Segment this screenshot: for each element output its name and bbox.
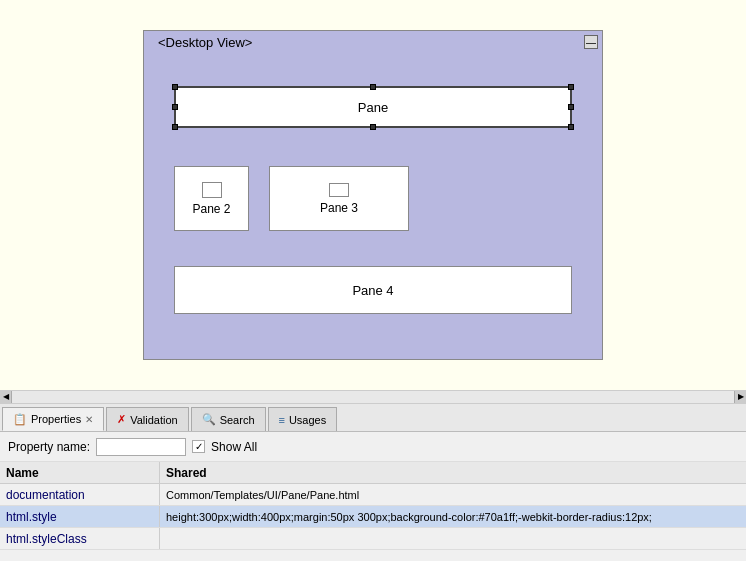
row-2-name: html.styleClass — [0, 528, 160, 549]
tab-validation[interactable]: ✗ Validation — [106, 407, 189, 431]
handle-bl[interactable] — [172, 124, 178, 130]
tab-search-label: Search — [220, 414, 255, 426]
row-2-value — [160, 528, 746, 549]
scrollbar-area: ◀ ▶ — [0, 390, 746, 402]
pane4[interactable]: Pane 4 — [174, 266, 572, 314]
show-all-label: Show All — [211, 440, 257, 454]
pane2[interactable]: Pane 2 — [174, 166, 249, 231]
pane1-label: Pane — [358, 100, 388, 115]
handle-ml[interactable] — [172, 104, 178, 110]
scroll-right-arrow[interactable]: ▶ — [734, 391, 746, 403]
show-all-checkbox[interactable]: ✓ — [192, 440, 205, 453]
handle-tl[interactable] — [172, 84, 178, 90]
pane3-inner-box — [329, 183, 349, 197]
table-row-3[interactable]: html.styleClass — [0, 528, 746, 550]
search-icon: 🔍 — [202, 413, 216, 426]
row-0-value: Common/Templates/UI/Pane/Pane.html — [160, 484, 746, 505]
tab-validation-label: Validation — [130, 414, 178, 426]
handle-br[interactable] — [568, 124, 574, 130]
table-row[interactable]: documentation Common/Templates/UI/Pane/P… — [0, 484, 746, 506]
properties-icon: 📋 — [13, 413, 27, 426]
desktop-view-title: <Desktop View> — [158, 35, 252, 50]
scroll-left-arrow[interactable]: ◀ — [0, 391, 12, 403]
col-header-shared: Shared — [160, 462, 746, 483]
desktop-view-container: <Desktop View> — Pane Pane 2 — [143, 30, 603, 360]
row-1-name: html.style — [0, 506, 160, 527]
tab-properties-label: Properties — [31, 413, 81, 425]
tab-properties-close[interactable]: ✕ — [85, 414, 93, 425]
pane2-label: Pane 2 — [192, 202, 230, 216]
tab-usages[interactable]: ≡ Usages — [268, 407, 338, 431]
row-1-value: height:300px;width:400px;margin:50px 300… — [160, 506, 746, 527]
handle-tr[interactable] — [568, 84, 574, 90]
property-name-row: Property name: ✓ Show All — [0, 432, 746, 462]
table-row-highlighted[interactable]: html.style height:300px;width:400px;marg… — [0, 506, 746, 528]
pane3-label: Pane 3 — [320, 201, 358, 215]
row-0-name: documentation — [0, 484, 160, 505]
handle-tm[interactable] — [370, 84, 376, 90]
pane2-inner-box — [202, 182, 222, 198]
tab-usages-label: Usages — [289, 414, 326, 426]
scroll-track[interactable] — [12, 391, 746, 403]
pane3[interactable]: Pane 3 — [269, 166, 409, 231]
pane1[interactable]: Pane — [174, 86, 572, 128]
properties-table: Name Shared documentation Common/Templat… — [0, 462, 746, 561]
bottom-panel: 📋 Properties ✕ ✗ Validation 🔍 Search ≡ U… — [0, 402, 746, 561]
tab-search[interactable]: 🔍 Search — [191, 407, 266, 431]
usages-icon: ≡ — [279, 414, 285, 426]
tabs-row: 📋 Properties ✕ ✗ Validation 🔍 Search ≡ U… — [0, 404, 746, 432]
col-header-name: Name — [0, 462, 160, 483]
pane4-wrapper: Pane 4 — [174, 266, 572, 314]
table-header-row: Name Shared — [0, 462, 746, 484]
pane1-wrapper: Pane — [174, 86, 572, 128]
property-name-label: Property name: — [8, 440, 90, 454]
tab-properties[interactable]: 📋 Properties ✕ — [2, 407, 104, 431]
validation-icon: ✗ — [117, 413, 126, 426]
handle-bm[interactable] — [370, 124, 376, 130]
pane-row: Pane 2 Pane 3 — [174, 166, 409, 231]
handle-mr[interactable] — [568, 104, 574, 110]
property-name-input[interactable] — [96, 438, 186, 456]
pane4-label: Pane 4 — [352, 283, 393, 298]
canvas-area: <Desktop View> — Pane Pane 2 — [0, 0, 746, 390]
collapse-button[interactable]: — — [584, 35, 598, 49]
